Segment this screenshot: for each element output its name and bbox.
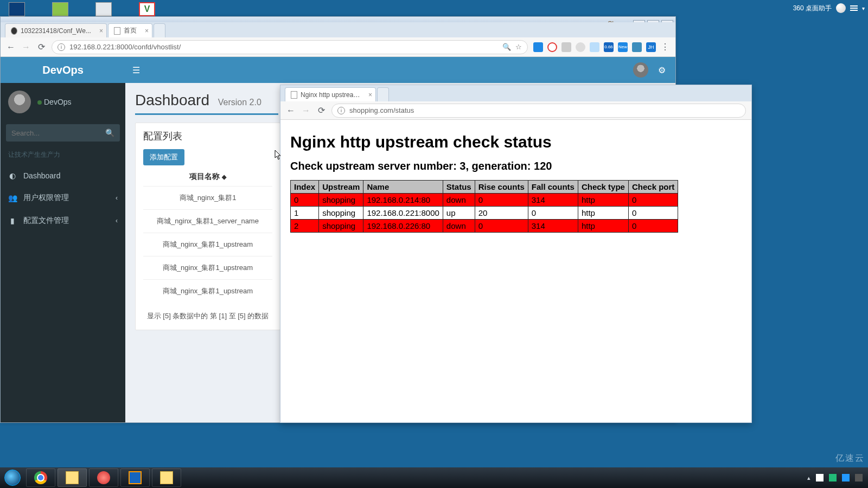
taskbar-vm[interactable] [120, 468, 150, 487]
tray-icon[interactable] [855, 474, 863, 481]
sidebar-search[interactable]: 🔍 [6, 124, 120, 142]
nginx-status-page: Nginx http upstream check status Check u… [280, 120, 751, 240]
column-header[interactable]: 项目名称◆ [143, 165, 272, 186]
table-cell: 0 [628, 220, 678, 233]
desktop-icon[interactable] [95, 2, 112, 16]
new-tab-button[interactable] [377, 87, 389, 101]
taskbar-folder[interactable] [152, 468, 181, 487]
table-cell: 0 [475, 220, 528, 233]
search-icon[interactable]: 🔍 [105, 129, 114, 137]
taskbar-explorer[interactable] [58, 468, 87, 487]
chrome2-tab[interactable]: Nginx http upstream ch × [285, 87, 376, 101]
user-avatar[interactable] [633, 62, 648, 78]
chrome-tab-active[interactable]: 首页 × [108, 23, 152, 37]
sidebar-item-config[interactable]: ▮ 配置文件管理 ‹ [1, 209, 125, 232]
app-topbar: DevOps ☰ ⚙ [1, 57, 675, 83]
url-field[interactable]: i 192.168.0.221:8000/confd/vhostlist/ 🔍 … [52, 40, 528, 54]
tab-label: Nginx http upstream ch [301, 91, 360, 99]
tray-icon[interactable] [842, 474, 850, 481]
extension-icon[interactable] [533, 42, 543, 52]
th-port: Check port [628, 181, 678, 194]
extension-icon[interactable] [590, 42, 599, 52]
chevron-left-icon: ‹ [116, 194, 118, 202]
zoom-icon[interactable]: 🔍 [502, 43, 511, 51]
tray-icon[interactable] [816, 474, 824, 481]
table-cell: shopping [319, 194, 363, 207]
th-index: Index [291, 181, 319, 194]
chrome-window-nginx: Nginx http upstream ch × ← → ⟳ i shoppin… [280, 85, 752, 423]
chrome-titlebar[interactable]: Cheng — ▭ ✕ [1, 17, 675, 22]
new-tab-button[interactable] [154, 23, 165, 37]
star-icon[interactable]: ☆ [515, 43, 522, 51]
table-cell: 192.168.0.221:8000 [363, 207, 443, 220]
extension-icon[interactable]: 0.66 [604, 42, 614, 52]
extension-icon[interactable] [547, 42, 557, 52]
chrome-tab[interactable]: 1032231418/Conf_We... × [5, 23, 107, 37]
close-icon[interactable]: × [368, 91, 372, 99]
pager-text: 显示 [5] 条数据中的 第 [1] 至 [5] 的数据 [143, 303, 272, 323]
app-logo[interactable]: DevOps [1, 64, 125, 76]
th-status: Status [443, 181, 475, 194]
chevron-left-icon: ‹ [116, 217, 118, 224]
sidebar-item-label: Dashboard [23, 171, 61, 180]
url-text: shopping.com/status [349, 106, 414, 114]
extension-icon[interactable] [576, 42, 585, 52]
sidebar: DevOps 🔍 让技术产生生产力 ◐ Dashboard 👥 用户权限管理 ‹ [1, 83, 125, 422]
avatar [8, 91, 31, 113]
site-info-icon[interactable]: i [337, 107, 345, 114]
table-cell: 0 [475, 194, 528, 207]
sidebar-item-dashboard[interactable]: ◐ Dashboard [1, 165, 125, 187]
table-cell: 0 [628, 207, 678, 220]
reload-button[interactable]: ⟳ [36, 42, 46, 52]
settings-gears-icon[interactable]: ⚙ [658, 65, 666, 75]
table-row[interactable]: 商城_nginx_集群1_server_name [143, 209, 272, 233]
table-row[interactable]: 商城_nginx_集群1_upstream [143, 279, 272, 303]
panel-title: 配置列表 [143, 130, 272, 143]
sort-icon[interactable]: ◆ [222, 174, 226, 180]
page-icon [114, 27, 120, 35]
close-icon[interactable]: × [145, 27, 149, 35]
helper-ball-icon[interactable] [836, 3, 846, 13]
back-button[interactable]: ← [286, 106, 296, 115]
watermark: 亿速云 [835, 453, 865, 464]
reload-button[interactable]: ⟳ [316, 106, 326, 115]
tab-label: 首页 [124, 26, 137, 35]
extension-icon[interactable]: New [618, 42, 628, 52]
table-cell: 0 [628, 194, 678, 207]
table-row[interactable]: 商城_nginx_集群1_upstream [143, 233, 272, 256]
sidebar-toggle-button[interactable]: ☰ [125, 65, 147, 75]
helper-menu-icon[interactable] [850, 5, 858, 11]
table-row[interactable]: 商城_nginx_集群1_upstream [143, 256, 272, 279]
search-input[interactable] [11, 129, 105, 137]
page-subtitle: Version 2.0 [218, 98, 261, 107]
tab-label: 1032231418/Conf_We... [21, 27, 91, 35]
tray-chevron-icon[interactable]: ▴ [807, 474, 810, 481]
back-button[interactable]: ← [6, 42, 16, 52]
add-config-button[interactable]: 添加配置 [143, 149, 184, 165]
desktop-icon[interactable] [9, 2, 25, 16]
close-icon[interactable]: × [99, 27, 103, 35]
table-row[interactable]: 商城_nginx_集群1 [143, 186, 272, 209]
chrome-menu-button[interactable]: ⋮ [660, 42, 670, 52]
extension-icon[interactable] [561, 42, 571, 52]
table-header-row: Index Upstream Name Status Rise counts F… [291, 181, 678, 194]
table-cell: 0 [528, 207, 578, 220]
sidebar-item-users[interactable]: 👥 用户权限管理 ‹ [1, 187, 125, 209]
forward-button[interactable]: → [301, 106, 311, 115]
site-info-icon[interactable]: i [58, 43, 65, 51]
taskbar-chrome[interactable] [26, 468, 55, 487]
extension-icon[interactable] [632, 42, 642, 52]
forward-button[interactable]: → [21, 42, 31, 52]
users-icon: 👥 [8, 194, 17, 202]
taskbar-app[interactable] [89, 468, 118, 487]
table-cell: 192.168.0.226:80 [363, 220, 443, 233]
extension-icon[interactable]: JH [646, 42, 656, 52]
table-cell: shopping [319, 220, 363, 233]
tray-icon[interactable] [829, 474, 837, 481]
vnc-icon[interactable]: V [139, 2, 155, 16]
start-button[interactable] [0, 467, 25, 488]
helper-chevron-icon[interactable]: ▾ [862, 5, 865, 11]
url-field[interactable]: i shopping.com/status [331, 104, 746, 118]
desktop-icon[interactable] [52, 2, 68, 16]
sidebar-user[interactable]: DevOps [1, 83, 125, 121]
